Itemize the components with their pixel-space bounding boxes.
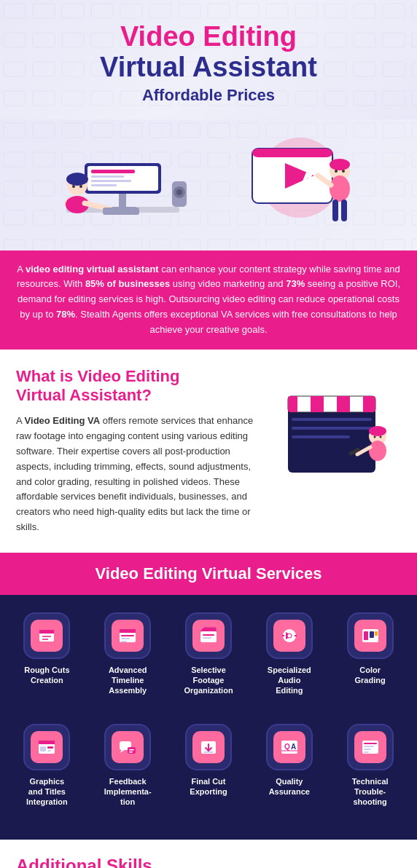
svg-rect-60 (203, 634, 214, 636)
svg-rect-88 (364, 743, 377, 744)
qa-icon-wrap: QA (266, 724, 313, 770)
services-banner: Video Editing Virtual Services (0, 553, 417, 595)
svg-point-26 (330, 159, 350, 170)
rough-cuts-icon-wrap (23, 612, 70, 659)
tech-icon (354, 731, 386, 763)
title-line2: Virtual Assistant (15, 52, 402, 83)
svg-rect-6 (91, 175, 124, 178)
audio-icon-wrap (266, 612, 313, 659)
svg-point-13 (79, 185, 82, 188)
tech-icon-wrap (347, 724, 394, 770)
left-illustration (59, 130, 198, 232)
service-export: Final CutExporting (174, 724, 244, 808)
svg-text:Q: Q (284, 743, 290, 751)
color-label: ColorGrading (355, 665, 386, 686)
what-description: A Video Editing VA offers remote service… (16, 414, 257, 534)
svg-rect-69 (375, 631, 378, 636)
svg-rect-51 (39, 630, 54, 634)
qa-label: QualityAssurance (269, 776, 310, 797)
timeline-icon-wrap (104, 612, 151, 659)
svg-point-45 (374, 435, 376, 438)
service-tech: TechnicalTrouble-shooting (335, 724, 405, 808)
svg-rect-16 (103, 208, 139, 215)
svg-rect-73 (47, 746, 53, 749)
title-line1: Video Editing (15, 22, 402, 52)
svg-point-29 (330, 175, 350, 202)
svg-point-19 (176, 189, 182, 195)
svg-rect-89 (364, 746, 374, 747)
service-audio: SpecializedAudioEditing (254, 612, 324, 696)
rough-cuts-label: Rough CutsCreation (24, 665, 69, 686)
svg-point-12 (72, 185, 75, 188)
footage-label: SelectiveFootageOrganization (184, 665, 233, 696)
additional-text: Additional Skills Video production plann… (16, 856, 262, 868)
audio-label: SpecializedAudioEditing (268, 665, 311, 696)
svg-point-65 (287, 634, 292, 638)
footage-icon (192, 620, 225, 652)
svg-rect-1 (119, 192, 126, 208)
svg-rect-79 (129, 751, 133, 753)
additional-title: Additional Skills (16, 856, 262, 868)
svg-rect-40 (292, 418, 372, 421)
services-banner-text: Video Editing Virtual Services (15, 564, 402, 583)
color-icon-wrap (347, 612, 394, 659)
svg-rect-39 (363, 395, 376, 414)
illustration-area (0, 119, 417, 250)
svg-rect-71 (39, 741, 55, 744)
footage-icon-wrap (185, 612, 232, 659)
svg-rect-82 (203, 751, 214, 753)
what-section: What is Video Editing Virtual Assistant?… (0, 350, 417, 553)
svg-rect-37 (311, 395, 324, 414)
service-rough-cuts: Rough CutsCreation (12, 612, 82, 696)
svg-rect-90 (364, 749, 371, 750)
right-illustration (212, 130, 358, 232)
graphics-icon (31, 731, 63, 763)
svg-rect-56 (121, 635, 134, 636)
rough-cuts-icon (31, 620, 63, 652)
what-title: What is Video Editing Virtual Assistant? (16, 367, 257, 406)
graphics-label: Graphicsand TitlesIntegration (26, 776, 68, 808)
svg-point-47 (369, 441, 386, 461)
svg-rect-7 (91, 180, 131, 182)
svg-rect-34 (288, 396, 375, 412)
audio-icon (273, 620, 305, 652)
color-icon (354, 620, 386, 652)
svg-rect-74 (47, 750, 51, 751)
timeline-label: AdvancedTimelineAssembly (109, 665, 147, 696)
svg-marker-76 (120, 750, 125, 753)
service-qa: QA QualityAssurance (254, 724, 324, 808)
svg-text:A: A (291, 743, 296, 751)
svg-rect-38 (337, 395, 350, 414)
additional-image (277, 856, 401, 868)
svg-point-44 (369, 426, 386, 436)
svg-rect-41 (292, 427, 372, 430)
svg-rect-61 (203, 637, 211, 639)
service-footage: SelectiveFootageOrganization (174, 612, 244, 696)
svg-rect-67 (364, 631, 368, 640)
svg-rect-31 (332, 200, 338, 221)
svg-rect-42 (292, 435, 350, 438)
svg-rect-78 (129, 749, 134, 751)
svg-point-28 (342, 170, 345, 173)
what-text: What is Video Editing Virtual Assistant?… (16, 367, 257, 535)
services-grid-row1: Rough CutsCreation AdvancedTimelineAssem… (0, 595, 417, 706)
export-label: Final CutExporting (190, 776, 227, 797)
svg-rect-59 (200, 631, 217, 642)
svg-point-27 (335, 170, 338, 173)
svg-point-11 (66, 173, 88, 186)
svg-point-46 (380, 435, 382, 438)
svg-rect-23 (252, 149, 332, 157)
svg-rect-33 (288, 407, 375, 473)
svg-rect-91 (364, 751, 369, 753)
feedback-icon (112, 731, 144, 763)
services-section: Video Editing Virtual Services Rough Cut… (0, 553, 417, 840)
what-image (270, 367, 401, 486)
tech-label: TechnicalTrouble-shooting (352, 776, 389, 808)
svg-rect-55 (120, 629, 136, 633)
subtitle: Affordable Prices (15, 86, 402, 105)
info-text: A video editing virtual assistant can en… (17, 264, 400, 335)
svg-rect-57 (121, 638, 130, 639)
svg-rect-8 (91, 184, 117, 186)
export-icon (192, 731, 225, 763)
timeline-icon (112, 620, 144, 652)
